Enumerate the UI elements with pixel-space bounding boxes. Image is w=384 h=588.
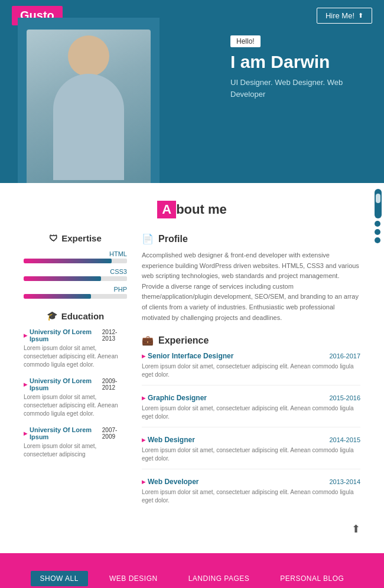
edu-item-2: University Of Lorem Ipsum 2007-2009 Lore… xyxy=(24,426,127,459)
exp-header-1: Graphic Designer 2015-2016 xyxy=(142,394,360,402)
hero-title: UI Designer. Web Designer. Web Developer xyxy=(230,77,349,100)
skill-php-bar xyxy=(24,294,91,299)
edu-link-0[interactable]: University Of Lorem Ipsum xyxy=(24,328,102,342)
education-section: 🎓 Education University Of Lorem Ipsum 20… xyxy=(24,311,127,459)
portfolio-tabs: SHOW ALL WEB DESIGN LANDING PAGES PERSON… xyxy=(24,571,360,586)
scroll-dot-1[interactable] xyxy=(375,221,380,227)
hero-section: Gusto Hire Me! Hello! I am Darwin UI Des… xyxy=(0,0,384,183)
profile-heading: 📄 Profile xyxy=(142,233,360,244)
about-layout: 🛡 Expertise HTML CSS3 PHP xyxy=(24,233,360,535)
tab-landing-pages[interactable]: LANDING PAGES xyxy=(179,571,259,586)
edu-link-2[interactable]: University Of Lorem Ipsum xyxy=(24,426,102,440)
profile-icon: 📄 xyxy=(142,233,154,244)
exp-year-0: 2016-2017 xyxy=(329,352,360,360)
briefcase-icon: 💼 xyxy=(142,335,154,346)
experience-section: 💼 Experience Senior Interface Designer 2… xyxy=(142,335,360,511)
portfolio-section: SHOW ALL WEB DESIGN LANDING PAGES PERSON… xyxy=(0,553,384,588)
hello-badge: Hello! xyxy=(230,35,261,47)
edu-item-0: University Of Lorem Ipsum 2012-2013 Lore… xyxy=(24,328,127,369)
edu-header-0: University Of Lorem Ipsum 2012-2013 xyxy=(24,328,127,342)
edu-text-1: Lorem ipsum dolor sit amet, consectetuer… xyxy=(24,393,127,418)
exp-header-3: Web Developer 2013-2014 xyxy=(142,478,360,486)
exp-title-0[interactable]: Senior Interface Designer xyxy=(142,352,233,360)
scroll-bar[interactable] xyxy=(375,189,382,218)
right-scroll-indicator xyxy=(372,183,384,249)
hero-name: I am Darwin xyxy=(230,52,349,72)
experience-heading: 💼 Experience xyxy=(142,335,360,346)
education-heading: 🎓 Education xyxy=(24,311,127,321)
exp-item-1: Graphic Designer 2015-2016 Lorem ipsum d… xyxy=(142,394,360,427)
about-section: A bout me 🛡 Expertise HTML CSS3 xyxy=(0,183,384,553)
exp-year-3: 2013-2014 xyxy=(329,478,360,485)
exp-title-1[interactable]: Graphic Designer xyxy=(142,394,207,402)
tab-show-all[interactable]: SHOW ALL xyxy=(31,571,88,586)
left-column: 🛡 Expertise HTML CSS3 PHP xyxy=(24,233,127,535)
edu-text-2: Lorem ipsum dolor sit amet, consectetuer… xyxy=(24,442,127,459)
skill-html-label: HTML xyxy=(24,250,127,257)
graduation-icon: 🎓 xyxy=(47,311,58,321)
scroll-dot-3[interactable] xyxy=(375,237,380,243)
expertise-section: 🛡 Expertise HTML CSS3 PHP xyxy=(24,233,127,299)
download-icon[interactable]: ⬆ xyxy=(352,523,360,535)
skill-html: HTML xyxy=(24,250,127,263)
exp-text-1: Lorem ipsum dolor sit amet, consectetuer… xyxy=(142,404,360,421)
edu-year-2: 2007-2009 xyxy=(102,427,127,440)
about-title: A bout me xyxy=(24,201,360,218)
skill-php-label: PHP xyxy=(24,286,127,293)
tab-personal-blog[interactable]: PERSONAL BLOG xyxy=(271,571,353,586)
scroll-dot-2[interactable] xyxy=(375,229,380,235)
edu-link-1[interactable]: University Of Lorem Ipsum xyxy=(24,377,102,391)
tab-web-design[interactable]: WEB DESIGN xyxy=(100,571,167,586)
exp-title-3[interactable]: Web Developer xyxy=(142,478,198,486)
about-title-rest: bout me xyxy=(176,202,227,217)
exp-text-3: Lorem ipsum dolor sit amet, consectetuer… xyxy=(142,488,360,505)
right-column: 📄 Profile Accomplished web designer & fr… xyxy=(142,233,360,535)
edu-text-0: Lorem ipsum dolor sit amet, consectetuer… xyxy=(24,344,127,369)
edu-item-1: University Of Lorem Ipsum 2009-2012 Lore… xyxy=(24,377,127,418)
hero-portrait xyxy=(27,30,151,183)
profile-text: Accomplished web designer & front-end de… xyxy=(142,250,360,323)
skill-html-bar xyxy=(24,259,112,263)
skill-css: CSS3 xyxy=(24,268,127,281)
exp-item-0: Senior Interface Designer 2016-2017 Lore… xyxy=(142,352,360,386)
exp-item-3: Web Developer 2013-2014 Lorem ipsum dolo… xyxy=(142,478,360,511)
exp-year-1: 2015-2016 xyxy=(329,394,360,401)
edu-header-2: University Of Lorem Ipsum 2007-2009 xyxy=(24,426,127,440)
skill-html-bar-bg xyxy=(24,259,127,263)
shield-icon: 🛡 xyxy=(49,233,58,243)
skill-css-label: CSS3 xyxy=(24,268,127,275)
exp-text-0: Lorem ipsum dolor sit amet, consectetuer… xyxy=(142,362,360,379)
exp-header-2: Web Designer 2014-2015 xyxy=(142,436,360,444)
about-title-letter: A xyxy=(157,201,176,218)
skill-css-bar-bg xyxy=(24,276,127,281)
skill-php: PHP xyxy=(24,286,127,299)
hire-button[interactable]: Hire Me! xyxy=(317,8,372,24)
exp-item-2: Web Designer 2014-2015 Lorem ipsum dolor… xyxy=(142,436,360,469)
expertise-heading: 🛡 Expertise xyxy=(24,233,127,243)
skill-css-bar xyxy=(24,276,101,281)
exp-header-0: Senior Interface Designer 2016-2017 xyxy=(142,352,360,360)
hero-image xyxy=(18,18,160,183)
edu-header-1: University Of Lorem Ipsum 2009-2012 xyxy=(24,377,127,391)
exp-text-2: Lorem ipsum dolor sit amet, consectetuer… xyxy=(142,446,360,463)
exp-year-2: 2014-2015 xyxy=(329,436,360,443)
profile-section: 📄 Profile Accomplished web designer & fr… xyxy=(142,233,360,323)
download-area: ⬆ xyxy=(142,522,360,535)
skill-php-bar-bg xyxy=(24,294,127,299)
hero-content: Hello! I am Darwin UI Designer. Web Desi… xyxy=(230,35,349,100)
edu-year-0: 2012-2013 xyxy=(102,329,127,342)
edu-year-1: 2009-2012 xyxy=(102,378,127,391)
exp-title-2[interactable]: Web Designer xyxy=(142,436,195,444)
